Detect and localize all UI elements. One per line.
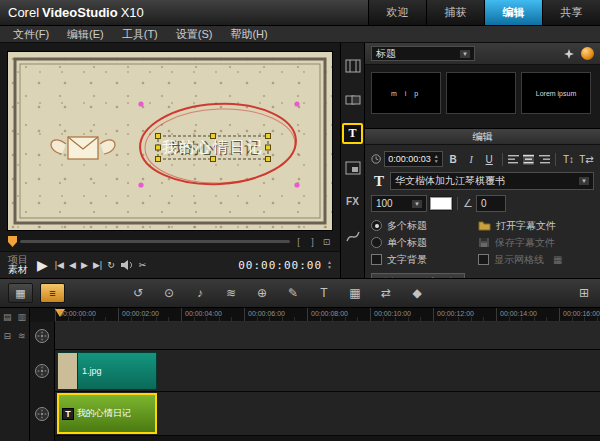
- track-toggle-icon-3[interactable]: ⊟: [3, 331, 11, 341]
- title-preset-thumbnail[interactable]: m i p: [371, 72, 441, 114]
- mode-clip-button[interactable]: 素材: [8, 265, 28, 275]
- video-track-row[interactable]: [55, 322, 600, 350]
- font-size-row: 100 ▼ ∠ 0: [371, 195, 594, 212]
- overlay-track-reel-icon[interactable]: [34, 363, 50, 379]
- go-end-button[interactable]: ▶|: [93, 260, 102, 270]
- open-subtitle-file-button[interactable]: 打开字幕文件: [478, 217, 594, 234]
- ruler-label: 00:00:08:00: [311, 310, 348, 317]
- chapter-point-button[interactable]: ◆: [409, 286, 425, 300]
- auto-music-button[interactable]: ♪: [192, 286, 208, 300]
- fit-timeline-button[interactable]: ⊞: [576, 286, 592, 300]
- text-backdrop-checkbox[interactable]: 文字背景: [371, 251, 474, 268]
- timecode-down-icon[interactable]: ▼: [327, 265, 332, 270]
- instant-project-button[interactable]: ↺: [130, 286, 146, 300]
- painting-creator-button[interactable]: ✎: [285, 286, 301, 300]
- volume-icon[interactable]: [120, 259, 134, 271]
- timeline-view-button[interactable]: ≡: [40, 283, 65, 303]
- enlarge-preview-button[interactable]: ⊡: [321, 237, 332, 247]
- video-track-reel-icon[interactable]: [34, 328, 50, 344]
- bold-button[interactable]: B: [446, 152, 461, 167]
- overlay-icon: [345, 161, 361, 175]
- chevron-down-icon: ▼: [579, 177, 589, 185]
- underline-button[interactable]: U: [482, 152, 497, 167]
- preview-title-text[interactable]: 我的心情日记: [162, 138, 264, 155]
- align-left-button[interactable]: [508, 153, 520, 166]
- prev-frame-button[interactable]: ◀: [69, 260, 76, 270]
- font-size-dropdown[interactable]: 100 ▼: [371, 195, 427, 212]
- title-clip-selected[interactable]: T 我的心情日记: [57, 393, 157, 434]
- winged-envelope-graphic[interactable]: [51, 137, 115, 159]
- mark-in-button[interactable]: [: [293, 237, 304, 247]
- media-tool-button[interactable]: [342, 55, 363, 76]
- track-toggle-icon-4[interactable]: ≋: [18, 331, 26, 341]
- save-subtitle-file-button[interactable]: 保存字幕文件: [478, 234, 594, 251]
- menu-file[interactable]: 文件(F): [4, 27, 58, 42]
- track-toggle-icon-2[interactable]: ▥: [17, 312, 26, 322]
- title-track-row[interactable]: T 我的心情日记: [55, 392, 600, 436]
- tab-capture[interactable]: 捕获: [426, 0, 484, 25]
- align-right-button[interactable]: [538, 153, 550, 166]
- timecode-display[interactable]: 00:00:00:00: [238, 259, 322, 272]
- menu-help[interactable]: 帮助(H): [221, 27, 276, 42]
- menu-tools[interactable]: 工具(T): [113, 27, 167, 42]
- overlay-tool-button[interactable]: [342, 157, 363, 178]
- image-clip[interactable]: 1.jpg: [57, 352, 157, 390]
- tab-share[interactable]: 共享: [542, 0, 600, 25]
- title-tool-button[interactable]: T: [342, 123, 363, 144]
- batch-convert-button[interactable]: ⇄: [378, 286, 394, 300]
- play-button[interactable]: ▶: [37, 257, 48, 273]
- object-handle-top-left[interactable]: [138, 101, 143, 106]
- thumb-sample-text: m i p: [391, 90, 421, 97]
- go-start-button[interactable]: |◀: [55, 260, 64, 270]
- show-grid-lines-checkbox[interactable]: 显示网格线 ▦: [478, 251, 594, 268]
- object-handle-top-right[interactable]: [294, 101, 299, 106]
- vertical-text-button[interactable]: T↕: [561, 152, 576, 167]
- title-preset-thumbnail[interactable]: [446, 72, 516, 114]
- gallery-filter-icon[interactable]: [563, 48, 575, 60]
- duration-input[interactable]: 0:00:00:03 ▲ ▼: [384, 151, 443, 167]
- timecode-spinner[interactable]: ▲ ▼: [327, 260, 332, 270]
- scrub-track[interactable]: [20, 240, 290, 243]
- timeline-view-icon: ≡: [49, 287, 55, 299]
- menu-edit[interactable]: 编辑(E): [58, 27, 113, 42]
- menu-settings[interactable]: 设置(S): [167, 27, 222, 42]
- italic-button[interactable]: I: [464, 152, 479, 167]
- object-handle-bottom-left[interactable]: [138, 182, 143, 187]
- font-family-dropdown[interactable]: 华文楷体加九江琴棋覆书 ▼: [390, 172, 594, 190]
- text-direction-button[interactable]: T⇄: [579, 152, 594, 167]
- align-center-button[interactable]: [522, 153, 535, 166]
- spin-down-icon[interactable]: ▼: [434, 159, 439, 164]
- get-more-content-icon[interactable]: [581, 47, 594, 60]
- title-tool-icon: T: [348, 126, 356, 141]
- multiple-titles-radio[interactable]: 多个标题: [371, 217, 474, 234]
- split-clip-button[interactable]: ✂: [139, 260, 147, 270]
- storyboard-view-button[interactable]: ▦: [8, 283, 33, 303]
- filter-tool-button[interactable]: FX: [342, 191, 363, 212]
- scrub-playhead[interactable]: [8, 236, 17, 247]
- subtitle-editor-button[interactable]: T: [316, 286, 332, 300]
- object-handle-bottom-right[interactable]: [294, 182, 299, 187]
- record-capture-button[interactable]: ⊙: [161, 286, 177, 300]
- overlay-track-row[interactable]: 1.jpg: [55, 350, 600, 392]
- track-manager-button[interactable]: ▦: [347, 286, 363, 300]
- transition-tool-button[interactable]: [342, 89, 363, 110]
- preview-canvas[interactable]: 我的心情日记 我的心情日记: [8, 52, 332, 230]
- rotation-angle-input[interactable]: 0: [476, 195, 506, 212]
- title-track-reel-icon[interactable]: [34, 406, 50, 422]
- sound-mixer-button[interactable]: ≋: [223, 286, 239, 300]
- track-toggle-icon-1[interactable]: ▤: [3, 312, 12, 322]
- motion-path-tool-button[interactable]: [342, 225, 363, 246]
- title-preset-thumbnail[interactable]: Lorem ipsum: [521, 72, 591, 114]
- font-color-swatch[interactable]: [430, 197, 452, 210]
- align-center-icon: [523, 155, 534, 164]
- duration-spinner[interactable]: ▲ ▼: [434, 154, 439, 164]
- repeat-button[interactable]: ↻: [107, 260, 115, 270]
- timeline-ruler[interactable]: 00:00:00:00 00:00:02:00 00:00:04:00 00:0…: [55, 308, 600, 322]
- mark-out-button[interactable]: ]: [307, 237, 318, 247]
- gallery-category-dropdown[interactable]: 标题 ▼: [371, 46, 475, 61]
- tab-edit[interactable]: 编辑: [484, 0, 542, 25]
- tab-welcome[interactable]: 欢迎: [368, 0, 426, 25]
- motion-tracking-button[interactable]: ⊕: [254, 286, 270, 300]
- single-title-radio[interactable]: 单个标题: [371, 234, 474, 251]
- next-frame-button[interactable]: ▶: [81, 260, 88, 270]
